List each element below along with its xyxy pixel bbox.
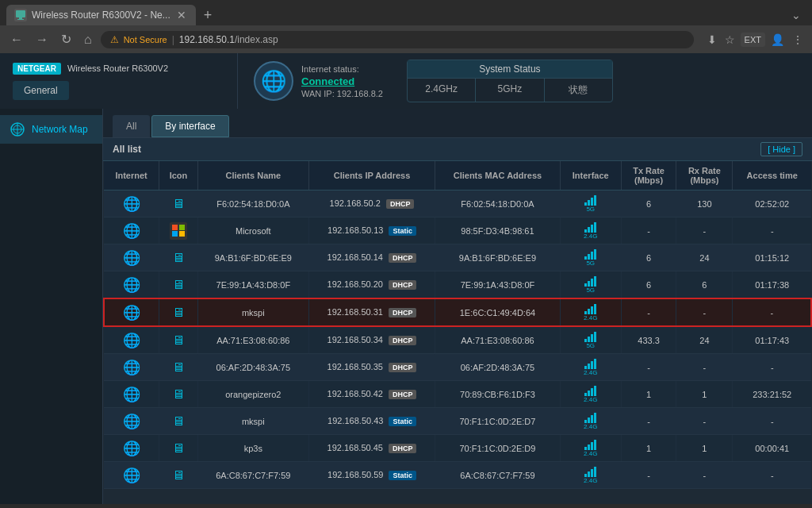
cell-internet-icon: 🌐	[104, 408, 159, 435]
col-interface: Interface	[560, 161, 621, 190]
cell-rx-rate: -	[676, 217, 733, 244]
signal-indicator: 5G	[584, 275, 596, 294]
table-row[interactable]: 🌐🖥kp3s192.168.50.45 DHCP70:F1:1C:0D:2E:D…	[104, 435, 811, 462]
forward-button[interactable]: →	[32, 31, 52, 48]
tab-2-4ghz[interactable]: 2.4GHz	[408, 79, 476, 102]
cell-client-mac: F6:02:54:18:D0:0A	[435, 190, 561, 217]
address-bar[interactable]: ⚠ Not Secure | 192.168.50.1/index.asp	[101, 31, 694, 48]
cell-client-mac: 7E:99:1A:43:D8:0F	[435, 271, 561, 299]
cell-tx-rate: 6	[621, 244, 676, 271]
router-logo: NETGEAR Wireless Router R6300V2 General	[0, 53, 238, 109]
browser-tab[interactable]: Wireless Router R6300V2 - Ne... ✕	[6, 5, 196, 25]
all-list-bar: All list [ Hide ]	[103, 138, 812, 161]
cell-client-ip: 192.168.50.42 DHCP	[308, 381, 435, 408]
cell-client-name: 7E:99:1A:43:D8:0F	[197, 271, 308, 299]
table-row[interactable]: 🌐🖥AA:71:E3:08:60:86192.168.50.34 DHCPAA:…	[104, 326, 811, 354]
cell-tx-rate: -	[621, 462, 676, 489]
new-tab-button[interactable]: +	[199, 7, 217, 24]
globe-cell-icon: 🌐	[123, 223, 140, 239]
monitor-icon: 🖥	[172, 306, 185, 319]
cell-internet-icon: 🌐	[104, 381, 159, 408]
monitor-icon: 🖥	[172, 197, 185, 210]
system-status-title: System Status	[408, 60, 612, 79]
cell-interface: 5G	[560, 244, 621, 271]
signal-bars	[584, 439, 596, 450]
filter-tab-by-interface[interactable]: By interface	[151, 115, 228, 137]
cell-client-ip: 192.168.50.35 DHCP	[308, 354, 435, 381]
monitor-icon: 🖥	[172, 278, 185, 291]
globe-cell-icon: 🌐	[123, 468, 140, 483]
menu-icon[interactable]: ⋮	[790, 31, 806, 48]
cell-device-icon: 🖥	[159, 244, 198, 271]
cell-device-icon: 🖥	[159, 354, 198, 381]
cell-client-ip: 192.168.50.31 DHCP	[308, 298, 435, 326]
cell-rx-rate: -	[676, 408, 733, 435]
cell-access-time: -	[733, 354, 811, 381]
tab-menu-button[interactable]: ⌄	[787, 9, 806, 21]
ip-type-badge: DHCP	[389, 390, 417, 399]
ip-type-badge: DHCP	[389, 444, 417, 453]
hide-button[interactable]: [ Hide ]	[760, 142, 802, 156]
table-row[interactable]: 🌐 Microsoft192.168.50.13 Static98:5F:D3:…	[104, 217, 811, 244]
cell-internet-icon: 🌐	[104, 354, 159, 381]
home-button[interactable]: ⌂	[80, 31, 96, 48]
interface-label: 2.4G	[584, 369, 597, 376]
cell-interface: 2.4G	[560, 462, 621, 489]
all-list-label: All list	[113, 144, 141, 155]
extensions-icon[interactable]: EXT	[741, 33, 765, 47]
devices-table: Internet Icon Clients Name Clients IP Ad…	[103, 161, 812, 489]
bookmark-icon[interactable]: ☆	[722, 31, 737, 48]
cell-device-icon: 🖥	[159, 271, 198, 299]
signal-bars	[584, 194, 596, 206]
cell-tx-rate: -	[621, 408, 676, 435]
reload-button[interactable]: ↻	[57, 30, 75, 48]
sidebar-item-network-map[interactable]: Network Map	[0, 115, 102, 144]
cell-client-mac: 9A:B1:6F:BD:6E:E9	[435, 244, 561, 271]
router-body: Network Map All By interface All list [ …	[0, 109, 812, 504]
filter-tab-all[interactable]: All	[113, 115, 150, 137]
table-row[interactable]: 🌐🖥06:AF:2D:48:3A:75192.168.50.35 DHCP06:…	[104, 354, 811, 381]
download-icon[interactable]: ⬇	[705, 31, 719, 48]
monitor-icon: 🖥	[172, 468, 185, 482]
table-row[interactable]: 🌐🖥orangepizero2192.168.50.42 DHCP70:89:C…	[104, 381, 811, 408]
cell-access-time: 233:21:52	[733, 381, 811, 408]
table-row[interactable]: 🌐🖥mkspi192.168.50.43 Static70:F1:1C:0D:2…	[104, 408, 811, 435]
cell-client-ip: 192.168.50.14 DHCP	[308, 244, 435, 271]
table-row[interactable]: 🌐🖥7E:99:1A:43:D8:0F192.168.50.20 DHCP7E:…	[104, 271, 811, 299]
signal-bars	[584, 331, 596, 342]
signal-bars	[584, 412, 596, 423]
tab-title: Wireless Router R6300V2 - Ne...	[32, 10, 170, 21]
wan-ip: WAN IP: 192.168.8.2	[301, 89, 383, 98]
netgear-brand: NETGEAR	[13, 63, 61, 75]
tab-5ghz[interactable]: 5GHz	[476, 79, 544, 102]
col-clients-name: Clients Name	[197, 161, 308, 190]
table-row[interactable]: 🌐🖥6A:C8:67:C7:F7:59192.168.50.59 Static6…	[104, 462, 811, 489]
cell-client-name: Microsoft	[197, 217, 308, 244]
cell-client-mac: 98:5F:D3:4B:98:61	[435, 217, 561, 244]
profile-icon[interactable]: 👤	[768, 31, 787, 48]
back-button[interactable]: ←	[6, 31, 27, 48]
general-nav-button[interactable]: General	[13, 81, 69, 100]
cell-rx-rate: 1	[676, 435, 733, 462]
interface-label: 5G	[586, 342, 595, 349]
table-row[interactable]: 🌐🖥9A:B1:6F:BD:6E:E9192.168.50.14 DHCP9A:…	[104, 244, 811, 271]
nav-toolbar: ⬇ ☆ EXT 👤 ⋮	[705, 31, 806, 48]
cell-access-time: 00:00:41	[733, 435, 811, 462]
monitor-icon: 🖥	[172, 360, 185, 374]
router-ui: NETGEAR Wireless Router R6300V2 General …	[0, 53, 812, 504]
cell-internet-icon: 🌐	[104, 217, 159, 244]
network-map-label: Network Map	[32, 124, 88, 135]
table-row[interactable]: 🌐🖥F6:02:54:18:D0:0A192.168.50.2 DHCPF6:0…	[104, 190, 811, 217]
table-row[interactable]: 🌐🖥mkspi192.168.50.31 DHCP1E:6C:C1:49:4D:…	[104, 298, 811, 326]
col-clients-ip: Clients IP Address	[308, 161, 435, 190]
cell-rx-rate: -	[676, 298, 733, 326]
cell-tx-rate: 1	[621, 381, 676, 408]
col-internet: Internet	[104, 161, 159, 190]
ip-type-badge: Static	[389, 471, 416, 480]
tab-state[interactable]: 状態	[545, 79, 612, 102]
cell-tx-rate: 1	[621, 435, 676, 462]
cell-access-time: 01:17:43	[733, 326, 811, 354]
tab-close-button[interactable]: ✕	[175, 9, 188, 21]
separator: |	[172, 34, 174, 45]
cell-interface: 5G	[560, 271, 621, 299]
